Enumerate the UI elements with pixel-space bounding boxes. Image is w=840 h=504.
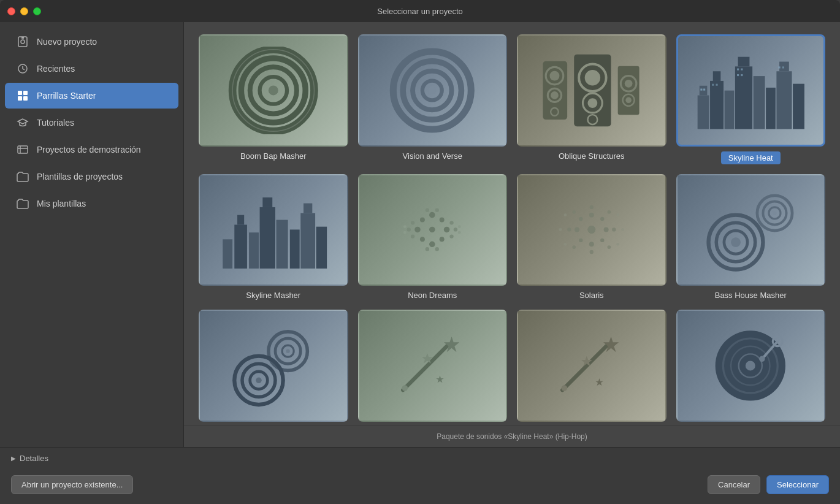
- template-item-chromium-fray[interactable]: Chromium Fray: [199, 310, 348, 425]
- cancel-button[interactable]: Cancelar: [708, 475, 760, 494]
- template-item-bass-house-masher[interactable]: Bass House Masher: [676, 174, 826, 300]
- template-thumb-chill-hip-hop-masher: [676, 310, 826, 422]
- status-text: Paquete de sonidos «Skyline Heat» (Hip-H…: [437, 432, 587, 441]
- svg-rect-70: [304, 204, 312, 213]
- svg-point-103: [600, 239, 604, 242]
- sidebar-item-nuevo-proyecto[interactable]: Nuevo proyecto: [5, 29, 178, 55]
- svg-rect-63: [237, 215, 244, 225]
- svg-point-32: [587, 98, 597, 108]
- minimize-button[interactable]: [20, 7, 28, 15]
- template-label-solaris: Solaris: [579, 291, 604, 300]
- svg-rect-5: [23, 91, 28, 95]
- svg-rect-51: [701, 88, 703, 90]
- svg-rect-69: [300, 213, 315, 269]
- window-title: Seleccionar un proyecto: [377, 7, 462, 16]
- maximize-button[interactable]: [33, 7, 41, 15]
- open-project-button[interactable]: Abrir un proyecto existente...: [11, 475, 133, 494]
- sidebar-label-proyectos-demo: Proyectos de demostración: [37, 145, 141, 155]
- sidebar-item-proyectos-demo[interactable]: Proyectos de demostración: [5, 137, 178, 162]
- svg-rect-62: [234, 225, 247, 269]
- svg-point-115: [616, 243, 619, 246]
- svg-rect-43: [725, 90, 735, 129]
- svg-point-134: [256, 378, 262, 384]
- svg-rect-52: [703, 88, 705, 90]
- sidebar-item-mis-plantillas[interactable]: Mis plantillas: [5, 191, 178, 216]
- template-thumb-elevated-beats: [358, 310, 508, 422]
- details-row[interactable]: ▶ Detalles: [0, 448, 840, 469]
- svg-point-90: [426, 248, 429, 251]
- template-item-neon-dreams[interactable]: Neon Dreams: [358, 174, 508, 300]
- tutoriales-icon: [16, 116, 29, 129]
- template-label-skyline-masher: Skyline Masher: [246, 291, 300, 300]
- template-item-skyline-heat[interactable]: Skyline Heat: [676, 34, 826, 164]
- svg-point-38: [625, 97, 632, 103]
- svg-rect-8: [18, 146, 28, 153]
- svg-rect-61: [223, 240, 232, 269]
- template-item-rising-higher[interactable]: Rising Higher: [517, 310, 666, 425]
- svg-point-97: [604, 227, 609, 232]
- svg-point-87: [435, 208, 439, 212]
- svg-point-82: [411, 221, 414, 225]
- sidebar-item-tutoriales[interactable]: Tutoriales: [5, 110, 178, 136]
- template-item-boom-bap-masher[interactable]: Boom Bap Masher: [199, 34, 348, 164]
- sidebar-item-recientes[interactable]: Recientes: [5, 56, 178, 82]
- svg-point-105: [612, 228, 616, 232]
- template-thumb-oblique-structures: [517, 34, 666, 147]
- svg-point-100: [589, 242, 594, 247]
- svg-marker-143: [595, 378, 603, 386]
- svg-point-116: [564, 243, 567, 246]
- sidebar-item-plantillas-proyectos[interactable]: Plantillas de proyectos: [5, 164, 178, 189]
- svg-point-94: [403, 231, 407, 234]
- svg-point-1: [21, 40, 25, 44]
- svg-point-99: [589, 213, 594, 218]
- svg-point-106: [567, 228, 571, 232]
- details-arrow-icon: ▶: [11, 455, 16, 462]
- template-label-boom-bap-masher: Boom Bap Masher: [240, 151, 307, 161]
- svg-rect-42: [713, 71, 721, 81]
- svg-point-98: [575, 227, 579, 232]
- sidebar-item-parrillas-starter[interactable]: Parrillas Starter: [5, 83, 178, 109]
- template-item-elevated-beats[interactable]: Elevated Beats: [358, 310, 508, 425]
- sidebar-label-recientes: Recientes: [37, 64, 75, 74]
- svg-rect-45: [738, 56, 750, 66]
- svg-rect-59: [779, 66, 781, 68]
- svg-rect-46: [754, 76, 765, 129]
- svg-point-101: [600, 217, 604, 221]
- template-item-solaris[interactable]: Solaris: [517, 174, 666, 300]
- template-thumb-chromium-fray: [199, 310, 348, 422]
- svg-point-75: [429, 212, 435, 218]
- bottom-section: ▶ Detalles Abrir un proyecto existente..…: [0, 447, 840, 504]
- svg-point-72: [429, 227, 435, 233]
- svg-point-83: [450, 235, 454, 239]
- template-item-vision-and-verse[interactable]: Vision and Verse: [358, 34, 508, 164]
- svg-point-114: [564, 214, 567, 217]
- template-thumb-skyline-heat: [676, 34, 826, 147]
- sidebar-label-nuevo-proyecto: Nuevo proyecto: [37, 37, 97, 47]
- close-button[interactable]: [7, 7, 15, 15]
- title-bar: Seleccionar un proyecto: [0, 0, 840, 22]
- template-item-chill-hip-hop-masher[interactable]: Chill Hip Hop Masher: [676, 310, 826, 425]
- template-grid: Boom Bap Masher Vision and Verse: [199, 34, 825, 425]
- svg-point-81: [450, 221, 454, 225]
- svg-rect-67: [277, 220, 288, 269]
- svg-point-79: [440, 237, 445, 242]
- template-thumb-rising-higher: [517, 310, 666, 422]
- right-buttons: Cancelar Seleccionar: [708, 475, 829, 494]
- template-thumb-neon-dreams: [358, 174, 508, 286]
- svg-rect-58: [741, 74, 743, 76]
- template-thumb-boom-bap-masher: [199, 34, 348, 147]
- template-item-oblique-structures[interactable]: Oblique Structures: [517, 34, 666, 164]
- select-button[interactable]: Seleccionar: [766, 475, 829, 494]
- details-label: Detalles: [20, 454, 48, 463]
- svg-point-85: [454, 228, 457, 232]
- svg-point-91: [458, 226, 461, 229]
- svg-rect-57: [737, 74, 739, 76]
- mis-plantillas-icon: [16, 197, 29, 210]
- svg-point-74: [415, 227, 421, 233]
- svg-point-109: [607, 210, 611, 214]
- svg-point-80: [420, 237, 425, 242]
- template-item-skyline-masher[interactable]: Skyline Masher: [199, 174, 348, 300]
- svg-point-36: [625, 80, 633, 88]
- svg-point-111: [607, 246, 611, 250]
- svg-point-76: [429, 242, 435, 248]
